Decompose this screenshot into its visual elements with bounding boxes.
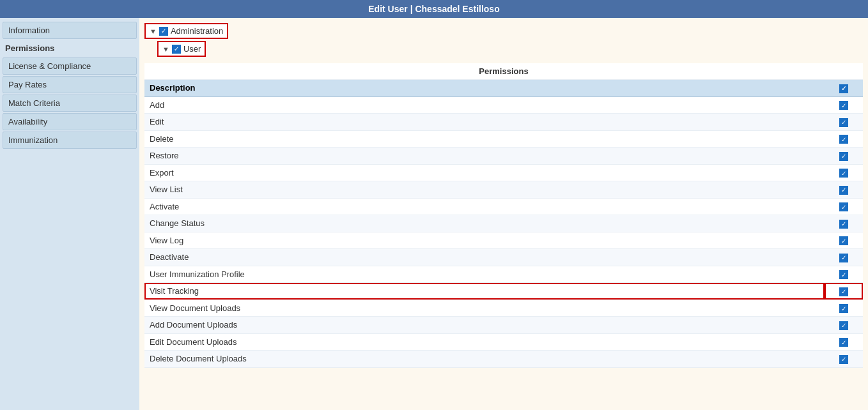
tree-child-arrow: ▼ [162,45,169,53]
tree-child-row[interactable]: ▼ ✓ User [157,41,206,57]
permissions-table: Permissions Description ✓ Add✓Edit✓Delet… [144,63,863,368]
permission-label: Edit [144,114,825,131]
table-row: Visit Tracking✓ [144,283,863,300]
permission-checkbox-cell: ✓ [825,181,863,199]
permission-checkbox-cell: ✓ [825,333,863,351]
header-title: Edit User | Chessadel Estilloso [368,4,499,14]
tree-section: ▼ ✓ Administration ▼ ✓ User [144,23,863,57]
permission-checkbox[interactable]: ✓ [839,287,848,296]
permission-checkbox[interactable]: ✓ [839,270,848,279]
permission-checkbox-cell: ✓ [825,232,863,249]
table-row: View Document Uploads✓ [144,300,863,317]
table-row: View List✓ [144,181,863,199]
permission-label: Add Document Uploads [144,317,825,334]
content-area: ▼ ✓ Administration ▼ ✓ User Permissions … [139,18,868,410]
permission-label: Deactivate [144,249,825,266]
permission-label: Delete [144,130,825,148]
permission-label: Visit Tracking [144,283,825,300]
permission-checkbox-cell: ✓ [825,283,863,300]
permission-label: Edit Document Uploads [144,333,825,351]
permission-checkbox-cell: ✓ [825,317,863,334]
permission-checkbox[interactable]: ✓ [839,101,848,110]
permission-checkbox-cell: ✓ [825,215,863,232]
permission-label: View Document Uploads [144,300,825,317]
permission-label: User Immunization Profile [144,266,825,283]
sidebar-item-information[interactable]: Information [3,22,137,39]
permission-checkbox[interactable]: ✓ [839,236,848,245]
sidebar-item-match-criteria[interactable]: Match Criteria [3,95,137,112]
permission-checkbox[interactable]: ✓ [839,321,848,330]
tree-parent-row[interactable]: ▼ ✓ Administration [144,23,228,39]
permission-checkbox-cell: ✓ [825,164,863,181]
sidebar-item-immunization[interactable]: Immunization [3,132,137,149]
permission-checkbox[interactable]: ✓ [839,338,848,347]
permission-label: Export [144,164,825,181]
table-row: Restore✓ [144,148,863,165]
table-row: Delete✓ [144,130,863,148]
permission-label: Add [144,96,825,114]
permission-checkbox[interactable]: ✓ [839,118,848,127]
permission-checkbox-cell: ✓ [825,198,863,215]
tree-parent-checkbox[interactable]: ✓ [159,27,168,36]
table-row: Add Document Uploads✓ [144,317,863,334]
tree-child-label: User [183,44,201,54]
sidebar: InformationPermissionsLicense & Complian… [0,18,139,410]
table-row: View Log✓ [144,232,863,249]
permission-checkbox-cell: ✓ [825,148,863,165]
sidebar-item-availability[interactable]: Availability [3,113,137,130]
sidebar-section-header-permissions: Permissions [0,40,139,56]
permission-label: Activate [144,198,825,215]
permission-label: Restore [144,148,825,165]
table-row: Deactivate✓ [144,249,863,266]
sidebar-item-license-compliance[interactable]: License & Compliance [3,57,137,75]
table-row: Add✓ [144,96,863,114]
table-row: Edit Document Uploads✓ [144,333,863,351]
permission-checkbox-cell: ✓ [825,266,863,283]
permission-checkbox[interactable]: ✓ [839,355,848,364]
tree-parent-arrow: ▼ [150,27,157,35]
permission-checkbox-cell: ✓ [825,300,863,317]
permission-checkbox-cell: ✓ [825,351,863,368]
permissions-table-title: Permissions [144,63,863,80]
permission-label: View List [144,181,825,199]
permission-checkbox-cell: ✓ [825,249,863,266]
header-checkbox[interactable]: ✓ [839,84,848,93]
tree-child-checkbox[interactable]: ✓ [172,45,181,54]
table-row: Activate✓ [144,198,863,215]
page-header: Edit User | Chessadel Estilloso [0,0,868,18]
permission-checkbox-cell: ✓ [825,96,863,114]
permission-label: Change Status [144,215,825,232]
permission-checkbox-cell: ✓ [825,130,863,148]
permission-checkbox[interactable]: ✓ [839,186,848,195]
permission-checkbox-cell: ✓ [825,114,863,131]
table-row: Change Status✓ [144,215,863,232]
tree-parent-label: Administration [171,26,223,36]
permission-label: View Log [144,232,825,249]
table-row: User Immunization Profile✓ [144,266,863,283]
col-header-description: Description [144,80,825,97]
permission-label: Delete Document Uploads [144,351,825,368]
table-row: Delete Document Uploads✓ [144,351,863,368]
permission-checkbox[interactable]: ✓ [839,254,848,262]
permission-checkbox[interactable]: ✓ [839,135,848,144]
permission-checkbox[interactable]: ✓ [839,152,848,161]
col-header-checkbox[interactable]: ✓ [825,80,863,97]
permission-checkbox[interactable]: ✓ [839,202,848,211]
permission-checkbox[interactable]: ✓ [839,220,848,229]
table-row: Edit✓ [144,114,863,131]
permission-checkbox[interactable]: ✓ [839,169,848,178]
table-row: Export✓ [144,164,863,181]
permission-checkbox[interactable]: ✓ [839,304,848,313]
sidebar-item-pay-rates[interactable]: Pay Rates [3,76,137,93]
